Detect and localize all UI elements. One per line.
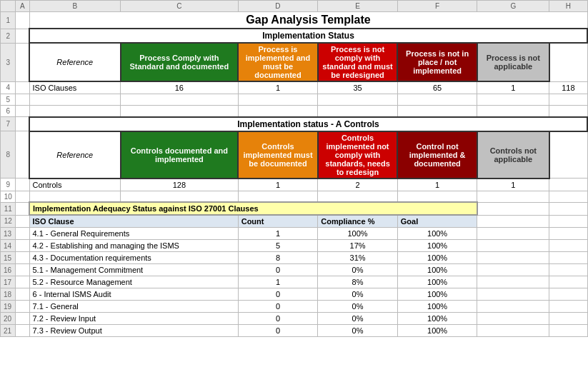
row-8: 8 Reference Controls documented and impl… [1,131,588,179]
row5-f [397,94,477,106]
row-num-13: 13 [1,228,16,240]
row12-g [477,215,549,228]
row-17: 17 5.2 - Resource Management 1 8% 100% [1,276,588,288]
row10-a [16,191,29,202]
row6-h [549,106,587,117]
row-num-8: 8 [1,131,16,179]
iso-row-3-count: 8 [238,252,318,264]
section3-title: Implementation Adequacy Status against I… [29,202,477,215]
row17-g [477,276,549,288]
iso-row-5-count: 1 [238,276,318,288]
col-header-a: A [16,1,29,12]
iso-row-7-goal: 100% [397,301,477,313]
section1-val-d: 1 [238,81,318,94]
row-num-2: 2 [1,29,16,43]
row-num-10: 10 [1,191,16,202]
row2-a [16,29,29,43]
row20-h [549,313,587,325]
row-21-review-output: 21 7.3 - Review Output 0 0% 100% [1,325,588,337]
section3-col-e: Compliance % [318,215,398,228]
row-num-16: 16 [1,264,16,276]
row11-a [16,202,29,215]
row10-h [549,191,587,202]
row21-g [477,325,549,337]
section1-val-c: 16 [121,81,239,94]
row17-a [16,276,29,288]
iso-row-4-compliance: 0% [318,264,398,276]
section2-val-f: 1 [397,179,477,191]
iso-row-8-goal: 100% [397,313,477,325]
row-20-review-input: 20 7.2 - Review Input 0 0% 100% [1,313,588,325]
row14-a [16,240,29,252]
section1-val-f: 65 [397,81,477,94]
row-11: 11 Implementation Adequacy Status agains… [1,202,588,215]
row-6: 6 [1,106,588,117]
row16-h [549,264,587,276]
row-num-5: 5 [1,94,16,106]
row-14: 14 4.2 - Establishing and managing the I… [1,240,588,252]
row5-e [318,94,398,106]
column-headers: A B C D E F G H [1,1,588,12]
row10-f [397,191,477,202]
iso-row-1-label: 4.1 - General Requirements [29,228,238,240]
iso-row-2-count: 5 [238,240,318,252]
row-16: 16 5.1 - Management Commitment 0 0% 100% [1,264,588,276]
section1-iso-label: ISO Clauses [29,81,121,94]
row-num-18: 18 [1,288,16,301]
row19-h [549,301,587,313]
row-num-review-output: 21 [1,325,16,337]
row-18: 18 6 - Internal ISMS Audit 0 0% 100% [1,288,588,301]
col-header-d: D [238,1,318,12]
row6-a [16,106,29,117]
col-header-g: G [477,1,549,12]
row-num-15: 15 [1,252,16,264]
row10-g [477,191,549,202]
row20-a [16,313,29,325]
section2-val-e: 2 [318,179,398,191]
section3-col-f: Goal [397,215,477,228]
section1-ref-label: Reference [29,43,121,81]
iso-row-3-label: 4.3 - Documentation requirements [29,252,238,264]
row5-b [29,94,121,106]
row6-e [318,106,398,117]
row19-a [16,301,29,313]
col-header-b: B [29,1,121,12]
row15-g [477,252,549,264]
section2-controls-label: Controls [29,179,121,191]
row13-g [477,228,549,240]
section1-val-g: 1 [477,81,549,94]
iso-row-8-label: 7.2 - Review Input [29,313,238,325]
iso-row-7-label: 7.1 - General [29,301,238,313]
row8-a [16,131,29,179]
row5-d [238,94,318,106]
iso-row-5-goal: 100% [397,276,477,288]
row10-e [318,191,398,202]
row5-g [477,94,549,106]
row-10: 10 [1,191,588,202]
section1-val-h: 118 [549,81,587,94]
row18-h [549,288,587,301]
section1-col-e-header: Process is not comply with standard and … [318,43,398,81]
iso-row-9-compliance: 0% [318,325,398,337]
iso-row-2-label: 4.2 - Establishing and managing the ISMS [29,240,238,252]
row5-a [16,94,29,106]
section3-col-d: Count [238,215,318,228]
row15-h [549,252,587,264]
row12-h [549,215,587,228]
iso-row-6-goal: 100% [397,288,477,301]
row10-d [238,191,318,202]
row21-a [16,325,29,337]
row-num-6: 6 [1,106,16,117]
iso-row-5-compliance: 8% [318,276,398,288]
iso-row-2-goal: 100% [397,240,477,252]
row-19: 19 7.1 - General 0 0% 100% [1,301,588,313]
row4-a [16,81,29,94]
row6-g [477,106,549,117]
iso-row-4-count: 0 [238,264,318,276]
section1-col-d-header: Process is implemented and must be docum… [238,43,318,81]
row11-h [549,202,587,215]
row-num-19: 19 [1,301,16,313]
section2-val-g: 1 [477,179,549,191]
row9-h [549,179,587,191]
row-num-12: 12 [1,215,16,228]
